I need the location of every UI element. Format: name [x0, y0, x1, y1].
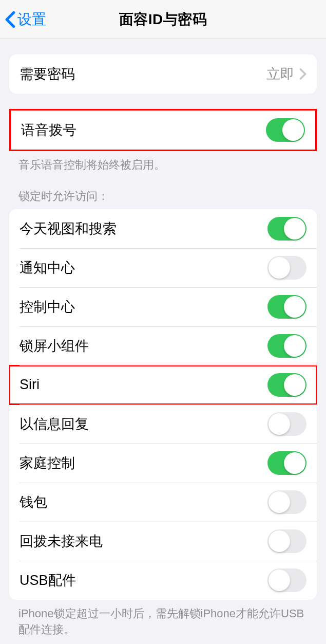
- require-passcode-group: 需要密码 立即: [9, 54, 317, 94]
- notification-center-toggle[interactable]: [267, 256, 306, 280]
- require-passcode-label: 需要密码: [20, 65, 75, 83]
- reply-with-message-label: 以信息回复: [20, 415, 89, 433]
- page-title: 面容ID与密码: [119, 10, 207, 29]
- back-button[interactable]: 设置: [4, 10, 46, 29]
- wallet-label: 钱包: [20, 493, 47, 511]
- lock-access-footer: iPhone锁定超过一小时后，需先解锁iPhone才能允许USB配件连接。: [0, 600, 326, 638]
- notification-center-label: 通知中心: [20, 259, 75, 277]
- reply-with-message-row[interactable]: 以信息回复: [9, 404, 317, 444]
- notification-center-row[interactable]: 通知中心: [9, 248, 317, 287]
- require-passcode-value: 立即: [266, 65, 306, 83]
- lock-screen-widgets-label: 锁屏小组件: [20, 337, 89, 355]
- home-control-label: 家庭控制: [20, 454, 75, 472]
- voice-dial-row[interactable]: 语音拨号: [11, 111, 315, 150]
- reply-with-message-toggle[interactable]: [267, 412, 306, 436]
- lock-access-header: 锁定时允许访问：: [0, 173, 326, 209]
- usb-accessories-toggle[interactable]: [267, 568, 306, 592]
- require-passcode-row[interactable]: 需要密码 立即: [9, 54, 317, 94]
- siri-row[interactable]: Siri: [9, 365, 317, 404]
- lock-screen-widgets-toggle[interactable]: [267, 334, 306, 358]
- siri-toggle[interactable]: [267, 373, 306, 397]
- wallet-row[interactable]: 钱包: [9, 483, 317, 522]
- return-missed-calls-toggle[interactable]: [267, 529, 306, 553]
- siri-label: Siri: [20, 377, 40, 393]
- chevron-right-icon: [299, 68, 306, 80]
- return-missed-calls-row[interactable]: 回拨未接来电: [9, 522, 317, 561]
- voice-dial-group: 语音拨号: [9, 109, 317, 151]
- today-view-search-label: 今天视图和搜索: [20, 219, 117, 238]
- control-center-label: 控制中心: [20, 298, 75, 316]
- control-center-toggle[interactable]: [267, 295, 306, 319]
- return-missed-calls-label: 回拨未接来电: [20, 532, 103, 550]
- today-view-search-toggle[interactable]: [267, 217, 306, 241]
- today-view-search-row[interactable]: 今天视图和搜索: [9, 209, 317, 248]
- back-label: 设置: [17, 10, 46, 29]
- home-control-toggle[interactable]: [267, 451, 306, 475]
- voice-dial-label: 语音拨号: [21, 121, 76, 139]
- chevron-left-icon: [4, 11, 16, 28]
- usb-accessories-label: USB配件: [20, 571, 76, 590]
- wallet-toggle[interactable]: [267, 490, 306, 514]
- lock-screen-widgets-row[interactable]: 锁屏小组件: [9, 326, 317, 365]
- home-control-row[interactable]: 家庭控制: [9, 444, 317, 483]
- voice-dial-footer: 音乐语音控制将始终被启用。: [0, 151, 326, 173]
- usb-accessories-row[interactable]: USB配件: [9, 561, 317, 600]
- control-center-row[interactable]: 控制中心: [9, 287, 317, 326]
- navigation-bar: 设置 面容ID与密码: [0, 0, 326, 39]
- lock-access-group: 今天视图和搜索通知中心控制中心锁屏小组件Siri以信息回复家庭控制钱包回拨未接来…: [9, 209, 317, 600]
- voice-dial-toggle[interactable]: [266, 118, 305, 142]
